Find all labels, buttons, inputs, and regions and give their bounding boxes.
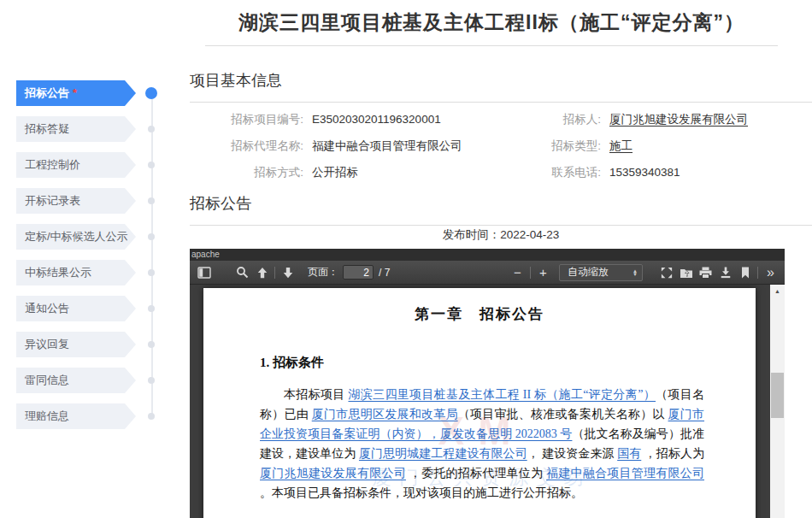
doc-paragraph: 本招标项目 湖滨三四里项目桩基及主体工程 II 标（施工“评定分离”）（项目名称…	[260, 385, 704, 503]
sidebar-nav: 招标公告* 招标答疑 工程控制价 开标记录表 定标/中标候选人公示 中标结果公示	[16, 80, 168, 439]
page-down-button[interactable]	[278, 263, 297, 282]
pdf-toolbar: 页面： / 7 − + 自动缩放 ▲▼	[190, 261, 785, 285]
scrollbar-up-arrow-icon[interactable]: ▲	[770, 285, 785, 297]
timeline-dot	[148, 305, 155, 312]
contact-phone: 15359340381	[609, 166, 680, 179]
sidebar-item-objection-reply[interactable]: 异议回复	[16, 332, 136, 357]
timeline-dot	[148, 197, 155, 204]
sidebar-item-bid-opening-record[interactable]: 开标记录表	[16, 188, 136, 214]
toolbar-separator	[757, 267, 758, 279]
sidebar-item-label: 通知公告	[25, 302, 69, 315]
sidebar-item-label: 工程控制价	[25, 158, 80, 171]
doc-link-agency[interactable]: 福建中融合项目管理有限公司	[546, 467, 704, 480]
page-total: / 7	[379, 267, 390, 279]
toolbar-separator	[274, 267, 275, 279]
field-label: 招标人:	[521, 112, 601, 127]
field-label: 招标方式:	[190, 165, 303, 180]
doc-link-project-name[interactable]: 湖滨三四里项目桩基及主体工程 II 标（施工“评定分离”）	[348, 388, 656, 401]
field-label: 招标类型:	[521, 138, 601, 154]
sidebar-item-label: 开标记录表	[25, 194, 80, 207]
zoom-mode-select[interactable]: 自动缩放 ▲▼	[559, 264, 643, 281]
timeline-dot-active	[145, 87, 157, 99]
bookmark-button[interactable]	[735, 263, 755, 282]
sidebar-item-winner-candidates[interactable]: 定标/中标候选人公示	[16, 224, 136, 250]
doc-link-tenderer[interactable]: 厦门兆旭建设发展有限公司	[260, 467, 406, 480]
pdf-content-area: XM 厦门公共资源交易 第一章 招标公告 1. 招标条件 本招标项目 湖滨三四里…	[190, 285, 785, 518]
required-asterisk: *	[73, 86, 77, 99]
doc-text: 。本项目已具备招标条件，现对该项目的施工进行公开招标。	[260, 486, 583, 499]
info-row: 招标代理名称: 福建中融合项目管理有限公司 招标类型: 施工	[190, 132, 812, 159]
tender-type-link[interactable]: 施工	[609, 138, 633, 154]
download-button[interactable]	[715, 263, 735, 282]
print-button[interactable]	[696, 263, 715, 282]
toolbar-separator	[530, 267, 531, 279]
timeline-dot	[148, 377, 155, 384]
fullscreen-icon	[661, 267, 673, 279]
sidebar-item-control-price[interactable]: 工程控制价	[16, 152, 136, 178]
sidebar-item-notice[interactable]: 通知公告	[16, 296, 136, 321]
timeline-dot	[148, 233, 155, 240]
pdf-viewer: apache	[190, 249, 785, 518]
field-label: 招标项目编号:	[190, 112, 303, 127]
sidebar-item-similarity-info[interactable]: 雷同信息	[16, 368, 136, 393]
page-up-button[interactable]	[252, 263, 272, 282]
publish-time-label: 发布时间：	[443, 228, 501, 241]
timeline-dot	[148, 413, 155, 420]
sidebar-item-label: 招标公告	[25, 86, 69, 99]
sidebar-item-tender-qna[interactable]: 招标答疑	[16, 116, 136, 142]
doc-text: ，招标人为	[641, 447, 704, 460]
sidebar-item-label: 招标答疑	[25, 122, 69, 135]
timeline-dot	[148, 162, 155, 168]
find-button[interactable]	[232, 263, 252, 282]
sidebar-row: 雷同信息	[16, 368, 168, 393]
sidebar-row: 工程控制价	[16, 152, 168, 178]
section-title: 项目基本信息	[190, 72, 282, 89]
pdf-page: XM 厦门公共资源交易 第一章 招标公告 1. 招标条件 本招标项目 湖滨三四里…	[203, 288, 756, 518]
zoom-out-button[interactable]: −	[508, 263, 527, 282]
sidebar-row: 招标公告*	[16, 80, 168, 106]
sidebar-item-claims-info[interactable]: 理赔信息	[16, 403, 136, 429]
toolbar-right-group: »	[656, 263, 780, 282]
sidebar-row: 理赔信息	[16, 403, 168, 429]
basic-info-grid: 招标项目编号: E3502030201196320001 招标人: 厦门兆旭建设…	[190, 106, 812, 185]
zoom-controls: − + 自动缩放 ▲▼	[508, 263, 643, 282]
doc-text: （项目审批、核准或备案机关名称）以	[458, 408, 668, 421]
info-row: 招标项目编号: E3502030201196320001 招标人: 厦门兆旭建设…	[190, 106, 812, 132]
sidebar-item-result-publicity[interactable]: 中标结果公示	[16, 260, 136, 285]
arrow-up-icon	[256, 267, 268, 279]
sidebar-item-tender-announcement[interactable]: 招标公告*	[16, 80, 136, 106]
zoom-in-button[interactable]: +	[533, 263, 553, 282]
bookmark-icon	[740, 267, 750, 279]
sidebar-row: 异议回复	[16, 332, 168, 357]
sidebar-toggle-icon	[197, 267, 211, 279]
arrow-down-icon	[282, 267, 294, 279]
doc-text: 本招标项目	[284, 388, 348, 401]
doc-section-heading: 1. 招标条件	[260, 355, 756, 371]
tender-project-number: E3502030201196320001	[312, 113, 521, 126]
tenderer-link[interactable]: 厦门兆旭建设发展有限公司	[609, 112, 748, 127]
sidebar-toggle-button[interactable]	[194, 263, 214, 282]
sidebar-item-label: 雷同信息	[25, 374, 69, 386]
info-row: 招标方式: 公开招标 联系电话: 15359340381	[190, 159, 812, 185]
select-spinner-icon: ▲▼	[633, 269, 638, 276]
sidebar-item-label: 定标/中标候选人公示	[25, 230, 128, 243]
pdf-scrollbar[interactable]: ▲	[770, 285, 785, 518]
doc-link-fund-source[interactable]: 国有	[617, 447, 641, 460]
doc-link-construction-unit[interactable]: 厦门思明城建工程建设有限公司	[359, 447, 527, 460]
page-number-label: 页面：	[308, 265, 338, 280]
publish-time-date: 2022-04-23	[500, 228, 559, 241]
sidebar-row: 招标答疑	[16, 116, 168, 142]
sidebar-row: 通知公告	[16, 296, 168, 321]
timeline-dot	[148, 341, 155, 348]
zoom-mode-value: 自动缩放	[568, 265, 624, 280]
presentation-mode-button[interactable]	[656, 263, 676, 282]
open-file-button[interactable]	[676, 263, 696, 282]
sidebar-item-label: 中标结果公示	[25, 266, 91, 279]
more-tools-button[interactable]: »	[761, 263, 780, 282]
scrollbar-thumb[interactable]	[771, 373, 784, 418]
page-number-input[interactable]	[343, 265, 374, 280]
main-content: 项目基本信息 招标项目编号: E3502030201196320001 招标人:…	[190, 0, 812, 518]
search-icon	[236, 266, 249, 279]
field-label: 招标代理名称:	[190, 138, 303, 154]
doc-link-approval-authority[interactable]: 厦门市思明区发展和改革局	[312, 408, 458, 421]
